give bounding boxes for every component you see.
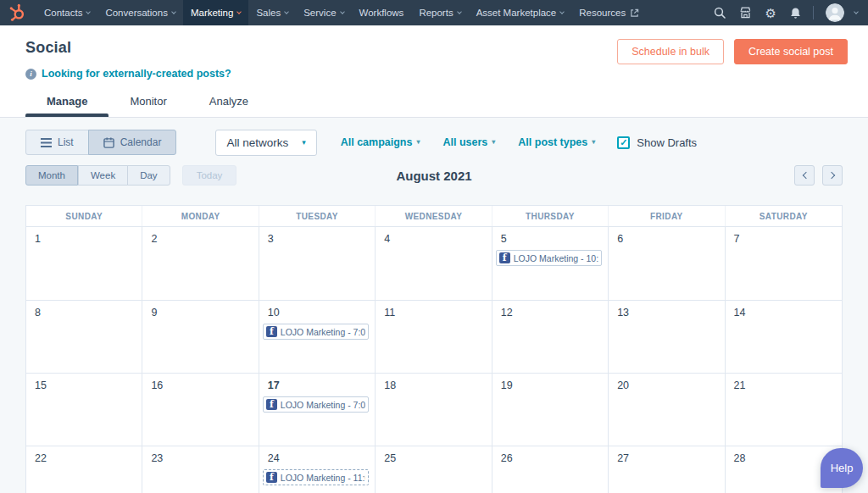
- social-post-chip[interactable]: fLOJO Marketing - 10:39 ...: [496, 250, 602, 266]
- filter-link-label: All users: [442, 136, 487, 148]
- calendar-day-cell[interactable]: 23: [142, 446, 259, 493]
- show-drafts-toggle[interactable]: ✓ Show Drafts: [617, 136, 697, 149]
- calendar-day-cell[interactable]: 27: [609, 446, 725, 493]
- nav-item-service[interactable]: Service: [296, 0, 351, 25]
- date-number: 24: [259, 452, 375, 464]
- info-icon: i: [25, 69, 36, 80]
- networks-select[interactable]: All networks ▾: [215, 130, 316, 156]
- calendar-day-cell[interactable]: 13: [609, 300, 725, 373]
- range-day[interactable]: Day: [127, 165, 170, 186]
- social-post-chip[interactable]: fLOJO Marketing - 7:00 AM: [263, 324, 369, 340]
- day-header-thursday: THURSDAY: [492, 206, 609, 226]
- nav-item-label: Contacts: [44, 8, 82, 18]
- notifications-bell-icon[interactable]: [783, 0, 808, 25]
- tab-monitor[interactable]: Monitor: [108, 87, 187, 117]
- calendar-day-cell[interactable]: 14: [726, 300, 842, 373]
- nav-item-resources[interactable]: Resources: [571, 0, 647, 25]
- help-button[interactable]: Help: [821, 448, 863, 488]
- date-number: 13: [609, 307, 724, 319]
- date-number: 19: [492, 379, 608, 391]
- tab-manage[interactable]: Manage: [25, 87, 108, 117]
- post-label: LOJO Marketing - 10:39 ...: [514, 253, 598, 263]
- calendar-day-cell[interactable]: 16: [142, 373, 259, 446]
- date-number: 26: [492, 452, 608, 464]
- date-number: 16: [142, 379, 258, 391]
- avatar: [826, 3, 844, 22]
- calendar-day-cell[interactable]: 5fLOJO Marketing - 10:39 ...: [492, 227, 609, 300]
- date-number: 5: [492, 233, 608, 245]
- chevron-down-icon: [171, 9, 176, 14]
- calendar-day-cell[interactable]: 12: [492, 300, 609, 373]
- calendar-day-cell[interactable]: 21: [726, 373, 842, 446]
- calendar-day-cell[interactable]: 11: [376, 300, 492, 373]
- page-title: Social: [25, 39, 71, 57]
- nav-item-label: Sales: [256, 8, 281, 18]
- social-post-chip[interactable]: fLOJO Marketing - 11:07 ...: [263, 469, 369, 485]
- calendar-day-cell[interactable]: 8: [26, 300, 142, 373]
- calendar-day-cell[interactable]: 19: [492, 373, 609, 446]
- chevron-left-icon: [802, 172, 809, 179]
- filter-link-label: All post types: [518, 136, 587, 148]
- account-menu[interactable]: [819, 3, 861, 22]
- today-button[interactable]: Today: [182, 165, 237, 186]
- calendar-day-cell[interactable]: 22: [26, 446, 142, 493]
- calendar-day-cell[interactable]: 4: [376, 227, 492, 300]
- calendar-day-cell[interactable]: 15: [26, 373, 142, 446]
- search-icon[interactable]: [707, 0, 732, 25]
- facebook-icon: f: [499, 252, 510, 263]
- show-drafts-checkbox[interactable]: ✓: [617, 136, 630, 149]
- settings-gear-icon[interactable]: ⚙: [759, 0, 783, 25]
- calendar-day-cell[interactable]: 1: [26, 227, 142, 300]
- externally-created-posts-link[interactable]: i Looking for externally-created posts?: [25, 68, 868, 80]
- calendar-day-cell[interactable]: 3: [259, 227, 376, 300]
- calendar-day-cell[interactable]: 24fLOJO Marketing - 11:07 ...: [259, 446, 376, 493]
- marketplace-icon[interactable]: [732, 0, 759, 25]
- main-content: ListCalendar All networks ▾ All campaign…: [0, 118, 868, 493]
- range-week[interactable]: Week: [78, 165, 128, 186]
- facebook-icon: f: [266, 472, 277, 483]
- chevron-down-icon: [559, 9, 565, 14]
- nav-item-label: Conversations: [105, 8, 168, 18]
- calendar-week-row: 151617fLOJO Marketing - 7:00 AM18192021: [26, 373, 842, 446]
- create-social-post-button[interactable]: Create social post: [734, 39, 848, 64]
- next-month-button[interactable]: [822, 165, 843, 186]
- chevron-down-icon: [86, 9, 92, 14]
- chevron-down-icon: [284, 9, 289, 14]
- calendar-day-cell[interactable]: 25: [376, 446, 492, 493]
- top-nav: ContactsConversationsMarketingSalesServi…: [0, 0, 868, 25]
- social-post-chip[interactable]: fLOJO Marketing - 7:00 AM: [263, 396, 369, 413]
- nav-item-conversations[interactable]: Conversations: [97, 0, 183, 25]
- nav-item-asset-marketplace[interactable]: Asset Marketplace: [469, 0, 572, 25]
- nav-item-sales[interactable]: Sales: [248, 0, 296, 25]
- hubspot-logo[interactable]: [0, 0, 33, 25]
- range-month[interactable]: Month: [25, 165, 78, 186]
- nav-item-workflows[interactable]: Workflows: [352, 0, 412, 25]
- date-number: 3: [259, 233, 375, 245]
- calendar-day-cell[interactable]: 2: [142, 227, 259, 300]
- calendar-day-cell[interactable]: 20: [609, 373, 725, 446]
- calendar-day-cell[interactable]: 9: [142, 300, 259, 373]
- view-toggle-calendar[interactable]: Calendar: [88, 130, 177, 155]
- calendar-day-cell[interactable]: 6: [609, 227, 725, 300]
- calendar-day-cell[interactable]: 10fLOJO Marketing - 7:00 AM: [259, 300, 376, 373]
- tab-analyze[interactable]: Analyze: [188, 87, 270, 117]
- nav-right: ⚙: [707, 0, 868, 25]
- chevron-down-icon: ▾: [592, 139, 595, 146]
- nav-item-reports[interactable]: Reports: [411, 0, 468, 25]
- previous-month-button[interactable]: [794, 165, 815, 186]
- view-toggle-list[interactable]: List: [25, 130, 89, 155]
- schedule-in-bulk-button[interactable]: Schedule in bulk: [617, 39, 724, 64]
- filter-all-campaigns[interactable]: All campaigns▾: [341, 136, 420, 148]
- calendar-day-cell[interactable]: 26: [492, 446, 609, 493]
- filter-all-post-types[interactable]: All post types▾: [518, 136, 595, 148]
- view-toggle: ListCalendar: [25, 130, 176, 155]
- calendar-day-cell[interactable]: 18: [376, 373, 492, 446]
- filter-all-users[interactable]: All users▾: [442, 136, 495, 148]
- chevron-down-icon: ▾: [492, 139, 495, 146]
- calendar-day-cell[interactable]: 17fLOJO Marketing - 7:00 AM: [259, 373, 376, 446]
- nav-item-marketing[interactable]: Marketing: [183, 0, 249, 25]
- calendar-day-cell[interactable]: 7: [726, 227, 842, 300]
- chevron-down-icon: [457, 9, 462, 14]
- nav-item-contacts[interactable]: Contacts: [36, 0, 97, 25]
- date-number: 12: [492, 307, 608, 319]
